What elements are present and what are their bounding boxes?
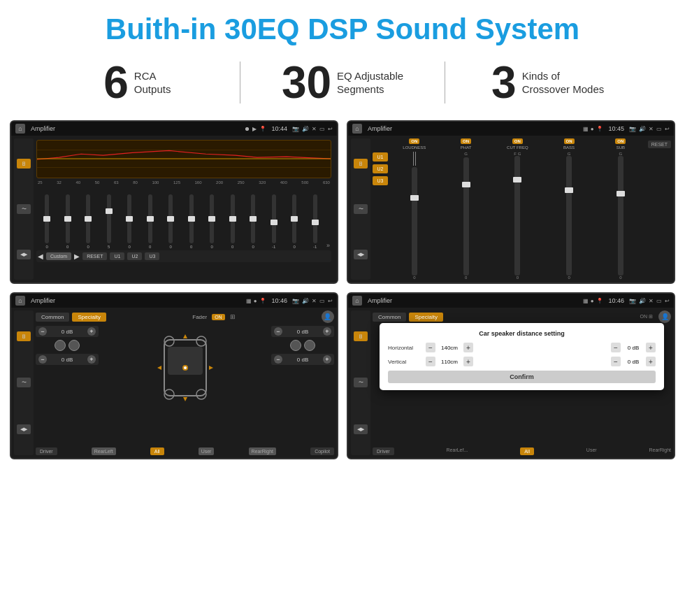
amp-ch-cutfreq-on[interactable]: ON — [512, 138, 523, 144]
eq-bottom-bar: ◀ Custom ▶ RESET U1 U2 U3 — [36, 250, 331, 262]
eq-slider-8: 0 — [203, 194, 222, 249]
stat-rca-number: 6 — [103, 60, 129, 105]
amp-ch-sub-on[interactable]: ON — [615, 138, 626, 144]
dialog-horizontal-row: Horizontal − 140cm + − 0 dB + — [388, 343, 656, 352]
amp-u2-btn[interactable]: U2 — [373, 164, 388, 173]
speaker-icon-tr — [68, 340, 80, 351]
fader-minus-3[interactable]: − — [274, 327, 282, 336]
eq-main: 2532 4050 6380 100125 160200 250320 4005… — [34, 138, 334, 280]
eq-reset-btn[interactable]: RESET — [82, 252, 107, 260]
dialog-vertical-value: 110cm — [438, 359, 461, 365]
dist-profile-icon[interactable]: 👤 — [658, 310, 671, 323]
home-icon-3[interactable] — [15, 296, 25, 306]
fader-btn-user[interactable]: User — [199, 447, 215, 455]
back-icon-2: ↩ — [665, 126, 670, 132]
eq-u1-btn[interactable]: U1 — [110, 252, 124, 260]
eq-u2-btn[interactable]: U2 — [127, 252, 142, 260]
cam-icon-1: 📷 — [292, 126, 299, 132]
dist-wave-icon[interactable]: 〜 — [354, 378, 368, 387]
amp-ch-bass-on[interactable]: ON — [564, 138, 575, 144]
dist-speaker-icon[interactable]: ◀▶ — [354, 424, 368, 434]
amp-ch-loudness-slider[interactable] — [412, 167, 417, 275]
status-time-4: 10:46 — [608, 297, 624, 304]
dist-eq-icon[interactable]: 🎚 — [354, 331, 368, 341]
fader-tabs: Common Specialty Fader ON ⊞ 👤 — [36, 310, 334, 323]
amp-ch-phat-slider[interactable] — [463, 157, 469, 275]
fader-minus-1[interactable]: − — [38, 327, 47, 336]
amp-ch-phat: ON PHAT G 0 — [442, 138, 491, 280]
fader-speaker-icon[interactable]: ◀▶ — [17, 424, 31, 434]
eq-slider-1: 0 — [59, 194, 78, 249]
eq-u3-btn[interactable]: U3 — [145, 252, 159, 260]
fader-btn-rearright[interactable]: RearRight — [249, 447, 277, 455]
eq-slider-6: 0 — [161, 194, 180, 249]
fader-tab-common[interactable]: Common — [36, 313, 69, 322]
fader-plus-1[interactable]: + — [87, 327, 96, 336]
status-title-2: Amplifier — [368, 125, 580, 132]
confirm-button[interactable]: Confirm — [388, 371, 656, 383]
amp-ch-loudness-label: LOUDNESS — [403, 145, 426, 150]
dialog-vertical-minus[interactable]: − — [426, 357, 435, 366]
amp-ch-loudness-on[interactable]: ON — [409, 138, 419, 144]
fader-plus-4[interactable]: + — [323, 355, 331, 364]
fader-plus-3[interactable]: + — [323, 327, 331, 336]
fader-label: Fader — [192, 314, 207, 320]
dist-btn-all[interactable]: All — [520, 447, 534, 455]
amp-u3-btn[interactable]: U3 — [373, 176, 388, 185]
fader-btn-rearleft[interactable]: RearLeft — [92, 447, 116, 455]
stat-divider-1 — [240, 62, 240, 103]
dist-btn-driver[interactable]: Driver — [373, 447, 394, 455]
eq-icon-1[interactable]: 🎚 — [17, 159, 31, 169]
stat-rca: 6 RCA Outputs — [42, 60, 233, 105]
home-icon-4[interactable] — [352, 296, 362, 306]
status-bar-4: Amplifier ▦ ● 📍 10:46 📷 🔊 ✕ ▭ ↩ — [348, 294, 674, 308]
dist-screen-content: 🎚 〜 ◀▶ Common Specialty ON ⊞ 👤 Driver — [348, 308, 674, 458]
x-icon-1: ✕ — [312, 126, 317, 132]
eq-next-btn[interactable]: ▶ — [74, 252, 80, 260]
fader-plus-2[interactable]: + — [87, 355, 96, 364]
fader-wave-icon[interactable]: 〜 — [17, 378, 31, 387]
dialog-horizontal-plus[interactable]: + — [463, 343, 473, 352]
amp-reset-btn[interactable]: RESET — [648, 141, 671, 148]
fader-minus-2[interactable]: − — [38, 355, 47, 364]
eq-graph-svg — [37, 141, 331, 178]
dialog-db1-plus[interactable]: + — [646, 343, 656, 352]
fader-db-val-1: 0 dB — [49, 329, 85, 335]
eq-chevron[interactable]: » — [326, 242, 330, 249]
fader-btn-all[interactable]: All — [150, 447, 164, 455]
fader-minus-4[interactable]: − — [274, 355, 282, 364]
amp-ch-sub-slider[interactable] — [618, 156, 623, 275]
amp-wave-icon[interactable]: 〜 — [354, 204, 368, 214]
fader-main: Common Specialty Fader ON ⊞ 👤 − 0 dB + — [36, 310, 334, 455]
fader-profile-icon[interactable]: 👤 — [322, 310, 334, 323]
dist-rearleft-label: RearLef... — [447, 447, 468, 455]
fader-btn-copilot[interactable]: Copilot — [310, 447, 334, 455]
dialog-vertical-plus[interactable]: + — [463, 357, 473, 366]
amp-speaker-icon[interactable]: ◀▶ — [354, 250, 368, 259]
fader-db-row-4: − 0 dB + — [271, 354, 334, 365]
dist-tab-common[interactable]: Common — [373, 313, 406, 322]
dialog-horizontal-minus[interactable]: − — [426, 343, 435, 352]
fader-btn-driver[interactable]: Driver — [36, 447, 57, 455]
dialog-db2-minus[interactable]: − — [611, 357, 621, 366]
amp-u1-btn[interactable]: U1 — [373, 152, 388, 162]
speaker-icon-br — [304, 340, 315, 351]
amp-eq-icon[interactable]: 🎚 — [354, 159, 368, 169]
fader-on-toggle[interactable]: ON — [212, 314, 225, 320]
amp-ch-cutfreq-slider[interactable] — [514, 156, 520, 275]
dialog-db1-minus[interactable]: − — [611, 343, 621, 352]
eq-icon-3[interactable]: ◀▶ — [17, 250, 31, 259]
amp-ch-phat-on[interactable]: ON — [461, 138, 471, 144]
dialog-db2-plus[interactable]: + — [646, 357, 656, 366]
amp-ch-bass-slider[interactable] — [566, 156, 572, 275]
home-icon-2[interactable] — [352, 124, 362, 134]
fader-speaker-circles-2 — [271, 340, 334, 351]
eq-icon-2[interactable]: 〜 — [17, 204, 31, 214]
eq-prev-btn[interactable]: ◀ — [38, 252, 43, 260]
fader-bottom-row: Driver RearLeft All User RearRight Copil… — [36, 447, 334, 455]
fader-eq-icon[interactable]: 🎚 — [17, 331, 31, 341]
fader-tab-specialty[interactable]: Specialty — [72, 313, 106, 322]
home-icon-1[interactable] — [15, 124, 25, 134]
dist-tab-specialty[interactable]: Specialty — [409, 313, 442, 322]
car-diagram-svg — [154, 326, 217, 410]
